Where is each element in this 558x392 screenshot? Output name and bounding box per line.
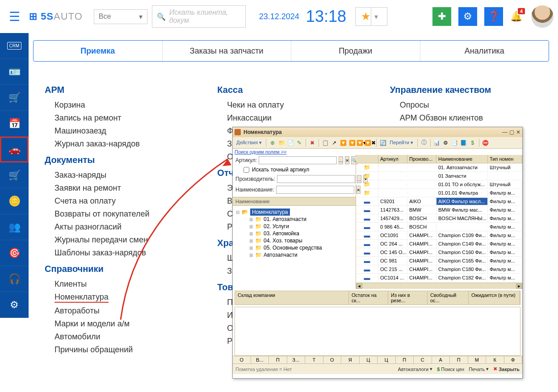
edit-icon[interactable]: ✎: [295, 139, 303, 147]
link-invoices[interactable]: Счета на оплату: [45, 195, 204, 208]
tool-close-icon[interactable]: ⛔: [482, 139, 490, 147]
alpha-btn[interactable]: З...: [287, 356, 306, 363]
link-nomenklatura[interactable]: Номенклатура: [45, 291, 204, 304]
link-clients[interactable]: Клиенты: [45, 278, 204, 291]
notifications[interactable]: 🔔4: [510, 11, 522, 22]
btn-clear[interactable]: ✕: [345, 156, 349, 164]
footer-pricesearch[interactable]: $ Поиск цен: [437, 367, 464, 372]
alpha-btn[interactable]: П: [396, 356, 414, 363]
goto-menu[interactable]: Перейти ▾: [388, 139, 415, 146]
scroll-right[interactable]: ►: [516, 284, 522, 289]
nav-support[interactable]: 🎧: [0, 266, 29, 292]
table-row[interactable]: ▬OC 264 ...CHAMPI...Champion C149 Фи...Ф…: [356, 240, 522, 248]
tree-item[interactable]: ⊞📁03. Автомойка: [249, 230, 353, 237]
tab-sales[interactable]: Продажи: [291, 41, 420, 61]
menu-icon[interactable]: ☰: [4, 9, 25, 24]
alpha-btn[interactable]: Т: [305, 356, 323, 363]
table-row[interactable]: 📁01 Запчасти: [356, 172, 522, 180]
btn-ellipsis[interactable]: ...: [339, 156, 343, 164]
nav-users[interactable]: 👥: [0, 214, 29, 240]
nav-finance[interactable]: 🪙: [0, 188, 29, 214]
alpha-btn[interactable]: Ф: [504, 356, 523, 363]
link-brands[interactable]: Марки и модели а/м: [45, 317, 204, 330]
alpha-btn[interactable]: Ц: [360, 356, 378, 363]
dollar-icon[interactable]: $: [469, 139, 477, 147]
alpha-btn[interactable]: Ц: [378, 356, 396, 363]
chk-exact[interactable]: [243, 167, 249, 173]
alpha-btn[interactable]: В...: [251, 356, 269, 363]
link-returns[interactable]: Возвраты от покупателей: [45, 208, 204, 221]
table-row[interactable]: ▬OC1091CHAMPI...Champion C109 Фи...Фильт…: [356, 231, 522, 240]
link-arrival[interactable]: Машинозаезд: [45, 125, 204, 138]
tree-item[interactable]: ⊞📁02. Услуги: [249, 223, 353, 230]
input-name[interactable]: [276, 186, 354, 194]
add-icon[interactable]: ⊕: [269, 139, 277, 147]
table-row[interactable]: 📁01. АвтозапчастиШтучный: [356, 163, 522, 172]
copy-icon[interactable]: 📄: [286, 139, 294, 147]
alpha-btn[interactable]: М: [468, 356, 487, 363]
minimize-icon[interactable]: —: [502, 129, 508, 135]
nav-crm[interactable]: CRM: [0, 33, 29, 59]
tab-analytics[interactable]: Аналитика: [420, 41, 549, 61]
alpha-btn[interactable]: С: [414, 356, 432, 363]
favorites[interactable]: ★▾: [355, 7, 387, 26]
search-input[interactable]: 🔍 Искать клиента, докум: [152, 5, 246, 28]
tab-orders[interactable]: Заказы на запчасти: [163, 41, 292, 61]
link-works[interactable]: Авторабoты: [45, 304, 204, 317]
help-button[interactable]: ❓: [484, 7, 503, 26]
tool2-icon[interactable]: ⚙: [442, 139, 450, 147]
tab-priemka[interactable]: Приемка: [34, 41, 163, 61]
link-callarm[interactable]: АРМ Обзвон клиентов: [390, 112, 549, 125]
filter3-icon[interactable]: 🔽▾: [357, 139, 365, 147]
link-collections[interactable]: Инкассации: [217, 112, 376, 125]
link-templates[interactable]: Шаблоны заказ-нарядов: [45, 246, 204, 259]
link-shiftlogs[interactable]: Журналы передачи смен: [45, 234, 204, 246]
alpha-btn[interactable]: П: [450, 356, 468, 363]
link-workorders[interactable]: Заказ-наряды: [45, 169, 204, 182]
table-row[interactable]: ▬1457429...BOSCHBOSCH МАСЛЯНЫ...Фильтр м…: [356, 214, 522, 223]
tree-item[interactable]: ⊞📁01. Автозапчасти: [249, 216, 353, 223]
tree-item[interactable]: ⊞📁Автозапчасти: [249, 251, 353, 259]
link-surveys[interactable]: Опросы: [390, 99, 549, 112]
tree-item[interactable]: ⊞📁05. Основные средства: [249, 244, 353, 251]
link-reasons[interactable]: Причины обращений: [45, 343, 204, 356]
folder-icon[interactable]: 📁: [277, 139, 285, 147]
footer-close[interactable]: ✖ Закрыть: [493, 366, 520, 372]
table-row[interactable]: ▬1142763...BMWBMW Фильтр мас...Фильтр м.…: [356, 206, 522, 214]
table-row[interactable]: ▬0 986 45...BOSCHФильтр м...: [356, 223, 522, 231]
tree-item[interactable]: ⊞📁04. Хоз. товары: [249, 237, 353, 244]
scroll-left[interactable]: ◄: [356, 284, 362, 289]
alpha-btn[interactable]: О: [323, 356, 342, 363]
table-row[interactable]: 📁01.01 ТО и обслуж...Штучный: [356, 180, 522, 189]
delete-icon[interactable]: ✖: [308, 139, 316, 147]
table-row[interactable]: ▬OC 215 ...CHAMPI...Champion C180 Фи...Ф…: [356, 265, 522, 274]
alpha-btn[interactable]: А: [432, 356, 450, 363]
filter2-icon[interactable]: 🔽: [348, 139, 356, 147]
input-article[interactable]: [259, 156, 337, 164]
footer-print[interactable]: Печать ▾: [469, 366, 489, 372]
avatar[interactable]: [531, 5, 554, 28]
info-icon[interactable]: ⓘ: [420, 139, 428, 147]
table-row[interactable]: ▬OC 981CHAMPI...Champion C165 Фи...Фильт…: [356, 257, 522, 265]
alpha-btn[interactable]: О: [233, 356, 251, 363]
tree-root[interactable]: ⊟📂 Номенклатура: [235, 209, 353, 216]
link-orders-log[interactable]: Журнал заказ-нарядов: [45, 138, 204, 150]
link-requests[interactable]: Заявки на ремонт: [45, 182, 204, 195]
refresh-icon[interactable]: 🔄: [379, 139, 387, 147]
alpha-btn[interactable]: К: [486, 356, 504, 363]
nav-cart[interactable]: 🛒: [0, 85, 29, 111]
table-row[interactable]: ▬C9201AIKOAIKO Фильтр масл...Фильтр м...: [356, 197, 522, 206]
maximize-icon[interactable]: ▢: [509, 129, 514, 135]
link-booking[interactable]: Запись на ремонт: [45, 112, 204, 125]
clear-filter-icon[interactable]: 🔽✖: [366, 139, 374, 147]
link-receipts[interactable]: Чеки на оплату: [217, 99, 376, 112]
table-row[interactable]: ▬OC 145 O...CHAMPI...Champion C160 Фи...…: [356, 248, 522, 257]
tool4-icon[interactable]: 📘: [460, 139, 468, 147]
nav-calendar[interactable]: 📅: [0, 111, 29, 137]
footer-autocatalog[interactable]: Автокаталоги ▾: [398, 366, 432, 372]
alpha-btn[interactable]: П: [269, 356, 287, 363]
actions-menu[interactable]: Действия ▾: [235, 139, 264, 146]
settings-button[interactable]: ⚙: [458, 7, 477, 26]
filter1-icon[interactable]: 🔽: [339, 139, 347, 147]
table-row[interactable]: ▬OC1014 ...CHAMPI...Champion C182 Фи...Ф…: [356, 274, 522, 282]
